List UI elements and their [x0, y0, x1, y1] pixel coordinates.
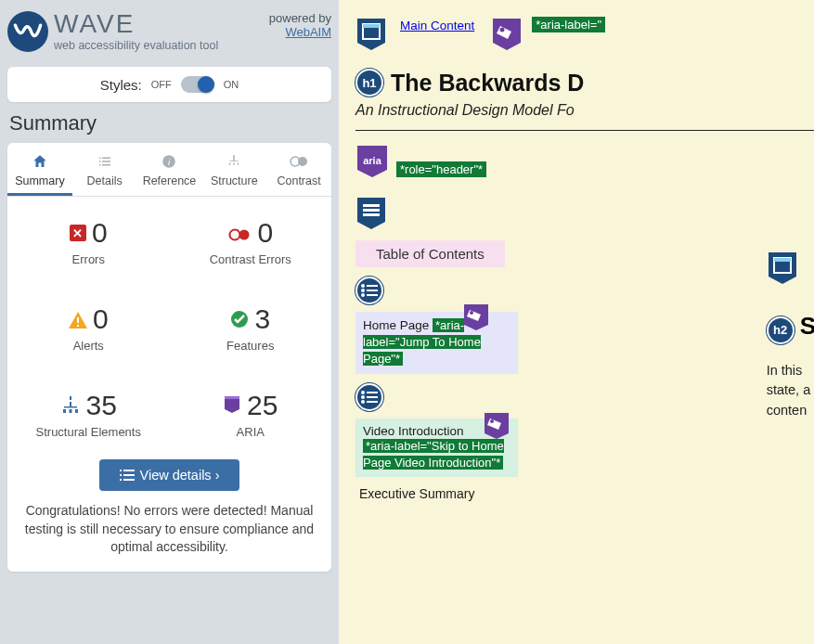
svg-rect-31 — [774, 258, 791, 262]
svg-rect-10 — [363, 24, 380, 28]
svg-point-22 — [470, 311, 473, 315]
styles-toggle[interactable] — [181, 76, 214, 93]
svg-rect-6 — [77, 317, 79, 323]
svg-point-11 — [500, 28, 505, 32]
svg-point-23 — [361, 391, 365, 394]
svg-point-20 — [361, 293, 365, 297]
aria-box-icon[interactable]: aria — [355, 144, 389, 179]
svg-point-16 — [361, 284, 365, 288]
svg-rect-13 — [363, 204, 380, 207]
right-column: h2S In thisstate, aconten — [767, 251, 814, 421]
congrats-message: Congratulations! No errors were detected… — [7, 502, 331, 557]
toc-heading: Table of Contents — [355, 240, 505, 267]
styles-label: Styles: — [100, 77, 142, 93]
svg-rect-26 — [367, 396, 378, 398]
tab-reference[interactable]: i Reference — [137, 143, 202, 196]
svg-point-5 — [239, 230, 250, 240]
svg-rect-17 — [367, 285, 378, 287]
aria-video-label: *aria-label="Skip to Home Page Video Int… — [363, 439, 504, 470]
info-icon: i — [137, 152, 202, 171]
svg-rect-14 — [363, 209, 380, 212]
svg-point-4 — [230, 230, 240, 240]
wave-sidebar: WAVE web accessibility evaluation tool p… — [0, 0, 339, 644]
nav-home-page[interactable]: Home Page *aria-label="Jump To Home Page… — [355, 312, 518, 374]
nav-shield-icon[interactable] — [355, 196, 387, 231]
header-shield-icon-2[interactable] — [767, 251, 798, 286]
svg-point-18 — [361, 289, 365, 292]
tab-bar: Summary Details i Reference Structure Co… — [7, 143, 331, 197]
styles-off-label: OFF — [151, 79, 172, 90]
structural-icon — [60, 390, 81, 421]
svg-rect-19 — [367, 290, 378, 291]
header-shield-icon[interactable] — [355, 17, 387, 52]
stat-alerts[interactable]: 0 Alerts — [7, 283, 170, 369]
alert-icon — [69, 303, 87, 335]
aria-label-badge: *aria-label=" — [532, 17, 605, 32]
styles-on-label: ON — [224, 79, 239, 90]
svg-point-3 — [298, 157, 307, 166]
stat-errors[interactable]: ✕0 Errors — [7, 197, 170, 283]
tab-summary[interactable]: Summary — [7, 143, 72, 196]
svg-text:aria: aria — [363, 155, 381, 166]
tab-contrast[interactable]: Contrast — [266, 143, 331, 196]
svg-rect-7 — [77, 325, 79, 327]
svg-rect-21 — [367, 294, 378, 296]
executive-summary-link[interactable]: Executive Summary — [355, 486, 814, 501]
svg-point-27 — [361, 400, 365, 404]
brand-subtitle: web accessibility evaluation tool — [54, 39, 218, 52]
sidebar-header: WAVE web accessibility evaluation tool p… — [7, 7, 331, 58]
right-paragraph: In thisstate, aconten — [767, 361, 814, 421]
role-header-badge: *role="header"* — [396, 161, 486, 177]
h1-badge[interactable]: h1 — [355, 69, 383, 97]
ul-badge-icon[interactable] — [355, 277, 383, 304]
page-preview: Main Content *aria-label=" h1 The Backwa… — [339, 0, 814, 644]
powered-by: powered by WebAIM — [269, 11, 331, 39]
stat-features[interactable]: 3 Features — [170, 283, 332, 369]
svg-rect-24 — [367, 392, 378, 393]
tab-details[interactable]: Details — [72, 143, 137, 196]
ul-badge-icon-2[interactable] — [355, 383, 383, 411]
h2-badge[interactable]: h2 — [767, 316, 795, 344]
summary-panel: Summary Details i Reference Structure Co… — [7, 143, 331, 572]
section-title: Summary — [9, 111, 331, 135]
view-details-button[interactable]: View details › — [99, 459, 240, 491]
stat-structural[interactable]: 35 Structural Elements — [7, 369, 170, 456]
list-icon — [72, 152, 137, 171]
home-icon — [7, 152, 72, 171]
error-icon: ✕ — [70, 225, 86, 241]
nav-video-intro[interactable]: Video Introduction *aria-label="Skip to … — [355, 419, 518, 477]
tab-structure[interactable]: Structure — [201, 143, 266, 196]
page-subtitle: An Instructional Design Model Fo — [355, 102, 814, 119]
wave-logo-icon — [7, 11, 48, 52]
stat-aria[interactable]: 25 ARIA — [170, 369, 332, 456]
structure-icon — [201, 152, 266, 171]
svg-rect-28 — [367, 401, 378, 403]
main-content-link[interactable]: Main Content — [400, 19, 474, 32]
stats-grid: ✕0 Errors 0 Contrast Errors 0 Alerts 3 F… — [7, 197, 331, 456]
svg-rect-15 — [363, 213, 380, 216]
webaim-link[interactable]: WebAIM — [285, 25, 331, 39]
logo-block: WAVE web accessibility evaluation tool — [7, 11, 218, 52]
page-h1: The Backwards D — [391, 70, 584, 97]
stat-contrast-errors[interactable]: 0 Contrast Errors — [170, 197, 332, 283]
contrast-error-icon — [227, 217, 252, 249]
aria-tag-icon[interactable] — [462, 303, 490, 332]
aria-icon — [223, 390, 241, 421]
styles-toggle-bar: Styles: OFF ON — [7, 67, 331, 102]
brand-title: WAVE — [54, 11, 218, 37]
aria-tag-icon-2[interactable] — [483, 411, 510, 441]
svg-point-29 — [490, 419, 494, 423]
feature-icon — [230, 303, 249, 335]
divider — [355, 130, 814, 131]
contrast-icon — [266, 152, 331, 171]
aria-shield-icon[interactable] — [491, 17, 523, 52]
svg-point-25 — [361, 395, 365, 399]
